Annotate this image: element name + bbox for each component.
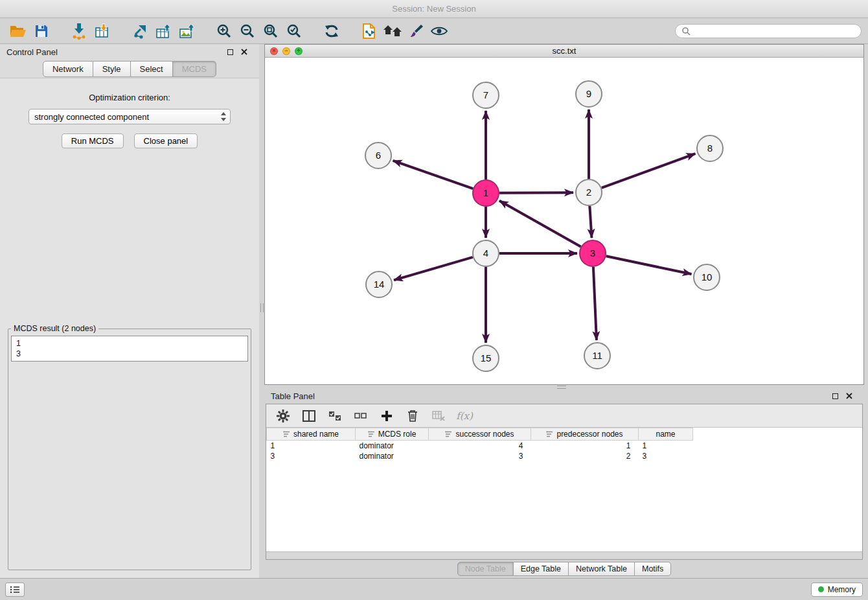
import-table-button[interactable] xyxy=(91,21,114,41)
table-cell[interactable]: 3 xyxy=(429,451,531,461)
edge-3-1[interactable] xyxy=(499,201,581,247)
tab-mcds[interactable]: MCDS xyxy=(173,61,216,77)
delete-row-button[interactable] xyxy=(405,408,420,424)
column-header-predecessor-nodes[interactable]: predecessor nodes xyxy=(531,428,639,441)
tab-network-table[interactable]: Network Table xyxy=(569,562,635,576)
delete-table-icon xyxy=(432,410,445,422)
node-3[interactable]: 3 xyxy=(580,240,606,266)
show-hide-button[interactable] xyxy=(428,21,451,41)
edge-2-3[interactable] xyxy=(589,206,591,238)
zoom-in-button[interactable] xyxy=(212,21,236,41)
refresh-view-button[interactable] xyxy=(320,21,343,41)
tab-node-table[interactable]: Node Table xyxy=(457,562,514,576)
select-all-button[interactable] xyxy=(327,408,343,424)
table-cell[interactable]: 2 xyxy=(531,451,639,461)
node-10[interactable]: 10 xyxy=(694,264,720,290)
edge-1-2[interactable] xyxy=(499,192,573,193)
search-box[interactable] xyxy=(675,24,862,38)
edge-3-11[interactable] xyxy=(593,267,597,340)
vertical-splitter[interactable] xyxy=(259,44,264,578)
table-cell[interactable]: dominator xyxy=(356,451,429,461)
window-titlebar: Session: New Session xyxy=(0,0,868,18)
node-14[interactable]: 14 xyxy=(366,271,392,297)
node-8[interactable]: 8 xyxy=(697,135,723,161)
table-row[interactable]: 3dominator323 xyxy=(267,451,863,461)
close-window-icon[interactable]: × xyxy=(270,47,278,55)
result-line: 1 xyxy=(12,338,247,349)
column-header-mcds-role[interactable]: MCDS role xyxy=(356,428,429,441)
memory-button[interactable]: Memory xyxy=(811,583,863,597)
paint-style-button[interactable] xyxy=(404,21,428,41)
task-history-button[interactable] xyxy=(5,583,25,597)
svg-text:15: 15 xyxy=(481,352,492,363)
node-table[interactable]: shared name MCDS role successor nodes pr… xyxy=(266,428,862,551)
network-canvas[interactable]: 7968124314101511 xyxy=(265,58,863,384)
tab-style[interactable]: Style xyxy=(93,61,131,77)
zoom-fit-button[interactable] xyxy=(259,21,282,41)
tab-motifs[interactable]: Motifs xyxy=(635,562,671,576)
tab-select[interactable]: Select xyxy=(131,61,173,77)
network-from-document-button[interactable] xyxy=(358,21,381,41)
node-1[interactable]: 1 xyxy=(473,180,499,206)
table-cell[interactable]: 1 xyxy=(639,441,693,451)
delete-table-button[interactable] xyxy=(431,408,446,424)
export-table-button[interactable] xyxy=(152,21,175,41)
function-builder-button[interactable]: f(x) xyxy=(457,408,472,424)
column-header-shared-name[interactable]: shared name xyxy=(267,428,356,441)
edge-3-10[interactable] xyxy=(606,256,692,274)
close-panel-icon[interactable] xyxy=(241,49,247,55)
table-cell[interactable]: 3 xyxy=(267,451,356,461)
table-cell[interactable]: 1 xyxy=(531,441,639,451)
table-cell[interactable]: 3 xyxy=(639,451,693,461)
edge-4-14[interactable] xyxy=(394,257,473,280)
import-network-button[interactable] xyxy=(67,21,91,41)
mcds-result-list[interactable]: 13 xyxy=(11,336,248,362)
column-header-successor-nodes[interactable]: successor nodes xyxy=(429,428,531,441)
node-9[interactable]: 9 xyxy=(576,81,602,107)
open-file-icon xyxy=(10,24,27,38)
network-window-titlebar[interactable]: × − + scc.txt xyxy=(265,45,863,58)
table-cell[interactable]: 1 xyxy=(267,441,356,451)
save-session-button[interactable] xyxy=(30,21,53,41)
table-cell[interactable]: 4 xyxy=(429,441,531,451)
column-header-name[interactable]: name xyxy=(639,428,693,441)
float-panel-icon[interactable] xyxy=(227,49,233,55)
zoom-out-button[interactable] xyxy=(236,21,259,41)
select-all-icon xyxy=(328,411,341,421)
add-row-button[interactable] xyxy=(379,408,394,424)
tab-edge-table[interactable]: Edge Table xyxy=(514,562,569,576)
node-6[interactable]: 6 xyxy=(365,143,391,168)
network-window-title: scc.txt xyxy=(265,46,863,56)
export-image-button[interactable] xyxy=(175,21,198,41)
node-2[interactable]: 2 xyxy=(576,179,602,205)
home-button[interactable] xyxy=(381,21,404,41)
export-network-button[interactable] xyxy=(128,21,152,41)
column-settings-button[interactable] xyxy=(275,408,291,424)
edge-2-8[interactable] xyxy=(602,154,696,188)
node-15[interactable]: 15 xyxy=(473,345,499,371)
tab-network[interactable]: Network xyxy=(43,61,93,77)
float-table-panel-icon[interactable] xyxy=(832,393,838,399)
horizontal-splitter[interactable] xyxy=(264,385,864,388)
table-cell[interactable]: dominator xyxy=(356,441,429,451)
network-graph[interactable]: 7968124314101511 xyxy=(265,58,863,384)
criterion-select[interactable]: strongly connected component xyxy=(29,109,231,124)
close-table-panel-icon[interactable] xyxy=(846,393,852,399)
table-tabs: Node Table Edge Table Network Table Moti… xyxy=(264,560,864,578)
node-11[interactable]: 11 xyxy=(584,343,610,369)
network-from-document-icon xyxy=(361,23,377,40)
zoom-selected-button[interactable] xyxy=(282,21,306,41)
node-7[interactable]: 7 xyxy=(473,82,499,108)
control-panel-header: Control Panel xyxy=(0,44,259,60)
edge-1-6[interactable] xyxy=(393,161,474,189)
open-file-button[interactable] xyxy=(6,21,30,41)
node-4[interactable]: 4 xyxy=(473,240,499,266)
deselect-all-button[interactable] xyxy=(353,408,369,424)
run-mcds-button[interactable]: Run MCDS xyxy=(62,133,124,148)
minimize-window-icon[interactable]: − xyxy=(282,47,290,55)
zoom-window-icon[interactable]: + xyxy=(295,47,303,55)
search-input[interactable] xyxy=(694,27,855,36)
toggle-panels-button[interactable] xyxy=(301,408,317,424)
table-row[interactable]: 1dominator411 xyxy=(267,441,863,451)
close-panel-button[interactable]: Close panel xyxy=(134,133,198,148)
